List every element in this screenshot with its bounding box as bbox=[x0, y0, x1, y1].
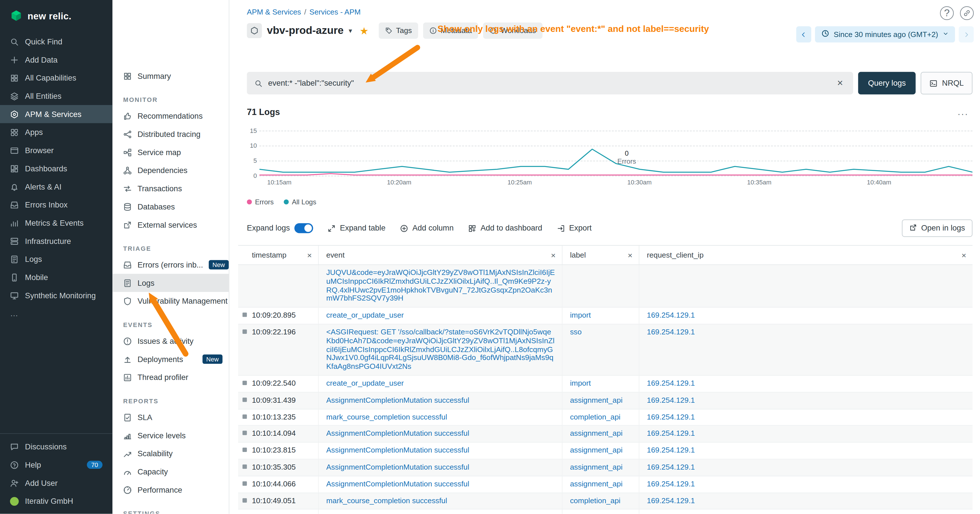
time-back-chevron[interactable] bbox=[796, 26, 811, 42]
event-link[interactable]: mark_course_completion successful bbox=[326, 412, 447, 421]
subnav-item-recommendations[interactable]: Recommendations bbox=[112, 107, 229, 125]
entity-chevron-down-icon[interactable]: ▾ bbox=[348, 27, 352, 35]
subnav-item-performance[interactable]: Performance bbox=[112, 481, 229, 499]
table-row[interactable]: 10:09:22.540 create_or_update_user impor… bbox=[238, 376, 973, 393]
label-link[interactable]: assignment_api bbox=[570, 396, 623, 404]
table-row[interactable]: 10:10:23.815 AssignmentCompletionMutatio… bbox=[238, 442, 973, 459]
chart-plot-area[interactable]: 15 10 5 0 0 Errors bbox=[259, 130, 973, 176]
event-link[interactable]: AssignmentCompletionMutation successful bbox=[326, 446, 469, 455]
ip-link[interactable]: 169.254.129.1 bbox=[647, 496, 695, 505]
ip-link[interactable]: 169.254.129.1 bbox=[647, 311, 695, 320]
legend-errors[interactable]: Errors bbox=[247, 198, 274, 205]
event-link[interactable]: AssignmentCompletionMutation successful bbox=[326, 479, 469, 488]
table-row[interactable]: 10:09:31.439 AssignmentCompletionMutatio… bbox=[238, 393, 973, 409]
table-row[interactable]: 10:10:14.094 AssignmentCompletionMutatio… bbox=[238, 426, 973, 443]
ip-link[interactable]: 169.254.129.1 bbox=[647, 479, 695, 488]
subnav-item-transactions[interactable]: Transactions bbox=[112, 179, 229, 197]
sidebar-item-synthetic-monitoring[interactable]: Synthetic Monitoring bbox=[0, 286, 112, 304]
subnav-item-sla[interactable]: SLA bbox=[112, 408, 229, 426]
row-marker-icon[interactable] bbox=[242, 397, 247, 402]
label-link[interactable]: sso bbox=[570, 328, 582, 336]
ip-link[interactable]: 169.254.129.1 bbox=[647, 513, 695, 514]
label-link[interactable]: completion_api bbox=[570, 496, 620, 505]
sidebar-item-discussions[interactable]: Discussions bbox=[0, 438, 112, 456]
sidebar-item-more[interactable]: … bbox=[0, 304, 112, 323]
sidebar-item-alerts-ai[interactable]: Alerts & AI bbox=[0, 178, 112, 196]
ip-link[interactable]: 169.254.129.1 bbox=[647, 328, 695, 336]
sidebar-item-help[interactable]: Help 70 bbox=[0, 456, 112, 474]
ip-link[interactable]: 169.254.129.1 bbox=[647, 379, 695, 388]
time-range-selector[interactable]: Since 30 minutes ago (GMT+2) bbox=[815, 26, 955, 42]
clear-query-icon[interactable]: × bbox=[835, 77, 845, 89]
event-link[interactable]: JUQVU&code=eyJraWQiOiJjcGltY29yZV8wOTl1M… bbox=[326, 268, 555, 303]
column-header-event[interactable]: event × bbox=[319, 246, 563, 264]
sidebar-item-apps[interactable]: Apps bbox=[0, 123, 112, 142]
sidebar-item-logs[interactable]: Logs bbox=[0, 250, 112, 268]
expand-logs-toggle[interactable] bbox=[294, 223, 313, 233]
row-marker-icon[interactable] bbox=[242, 465, 247, 469]
label-link[interactable]: assignment_api bbox=[570, 446, 623, 455]
event-link[interactable]: mark_course_completion successful bbox=[326, 496, 447, 505]
sidebar-item-all-capabilities[interactable]: All Capabilities bbox=[0, 69, 112, 87]
breadcrumb-services-apm[interactable]: Services - APM bbox=[309, 7, 361, 16]
sidebar-item-errors-inbox[interactable]: Errors Inbox bbox=[0, 196, 112, 214]
legend-all-logs[interactable]: All Logs bbox=[284, 198, 317, 205]
subnav-item-logs[interactable]: Logs bbox=[112, 274, 229, 292]
label-link[interactable]: assignment_api bbox=[570, 463, 623, 471]
expand-table-button[interactable]: Expand table bbox=[328, 224, 385, 232]
subnav-item-deployments[interactable]: Deployments New bbox=[112, 350, 229, 368]
favorite-star-icon[interactable]: ★ bbox=[360, 25, 369, 37]
subnav-item-dependencies[interactable]: Dependencies bbox=[112, 161, 229, 180]
event-link[interactable]: AssignmentCompletionMutation successful bbox=[326, 429, 469, 438]
table-row[interactable]: 10:09:22.196 <ASGIRequest: GET '/sso/cal… bbox=[238, 325, 973, 376]
event-link[interactable]: create_or_update_user bbox=[326, 379, 404, 388]
export-button[interactable]: Export bbox=[557, 224, 592, 232]
sidebar-item-infrastructure[interactable]: Infrastructure bbox=[0, 232, 112, 250]
sidebar-item-dashboards[interactable]: Dashboards bbox=[0, 159, 112, 178]
sidebar-item-all-entities[interactable]: All Entities bbox=[0, 87, 112, 105]
query-logs-button[interactable]: Query logs bbox=[858, 72, 916, 94]
subnav-item-service-map[interactable]: Service map bbox=[112, 143, 229, 161]
ip-link[interactable]: 169.254.129.1 bbox=[647, 412, 695, 421]
subnav-item-capacity[interactable]: Capacity bbox=[112, 463, 229, 481]
sidebar-item-mobile[interactable]: Mobile bbox=[0, 268, 112, 286]
add-column-button[interactable]: Add column bbox=[400, 224, 453, 232]
sidebar-item-add-data[interactable]: Add Data bbox=[0, 51, 112, 69]
remove-column-icon[interactable]: × bbox=[628, 250, 633, 260]
nrql-button[interactable]: NRQL bbox=[921, 72, 973, 94]
sidebar-item-browser[interactable]: Browser bbox=[0, 141, 112, 159]
label-link[interactable]: import bbox=[570, 311, 591, 320]
event-link[interactable]: create_or_update_user bbox=[326, 311, 404, 320]
remove-column-icon[interactable]: × bbox=[307, 250, 312, 260]
event-link[interactable]: AssignmentCompletionMutation successful bbox=[326, 463, 469, 471]
table-row[interactable]: JUQVU&code=eyJraWQiOiJjcGltY29yZV8wOTl1M… bbox=[238, 265, 973, 308]
ip-link[interactable]: 169.254.129.1 bbox=[647, 463, 695, 471]
table-row[interactable]: 10:09:20.895 create_or_update_user impor… bbox=[238, 308, 973, 325]
ip-link[interactable]: 169.254.129.1 bbox=[647, 446, 695, 455]
table-row[interactable]: 10:10:49.051 mark_course_completion succ… bbox=[238, 493, 973, 510]
sidebar-item-add-user[interactable]: Add User bbox=[0, 474, 112, 492]
label-link[interactable]: completion_api bbox=[570, 412, 620, 421]
subnav-item-issues-activity[interactable]: Issues & activity bbox=[112, 332, 229, 350]
ip-link[interactable]: 169.254.129.1 bbox=[647, 396, 695, 404]
subnav-item-external-services[interactable]: External services bbox=[112, 216, 229, 234]
subnav-item-thread-profiler[interactable]: Thread profiler bbox=[112, 368, 229, 387]
subnav-item-service-levels[interactable]: Service levels bbox=[112, 426, 229, 444]
subnav-item-scalability[interactable]: Scalability bbox=[112, 444, 229, 463]
row-marker-icon[interactable] bbox=[242, 381, 247, 385]
table-row[interactable]: 10:10:35.305 AssignmentCompletionMutatio… bbox=[238, 459, 973, 476]
column-header-label[interactable]: label × bbox=[563, 246, 640, 264]
label-link[interactable]: assignment_api bbox=[570, 513, 623, 514]
row-marker-icon[interactable] bbox=[242, 329, 247, 334]
event-link[interactable]: <ASGIRequest: GET '/sso/callback/?state=… bbox=[326, 328, 555, 371]
results-menu-icon[interactable]: ... bbox=[958, 107, 973, 117]
remove-column-icon[interactable]: × bbox=[961, 250, 966, 260]
sidebar-item-quick-find[interactable]: Quick Find bbox=[0, 32, 112, 51]
column-header-request-client-ip[interactable]: request_client_ip × bbox=[640, 246, 973, 264]
subnav-item-errors-inbox[interactable]: Errors (errors inb... New bbox=[112, 256, 229, 274]
sidebar-item-account[interactable]: Iterativ GmbH bbox=[0, 492, 112, 510]
subnav-item-vulnerability-management[interactable]: Vulnerability Management bbox=[112, 292, 229, 310]
label-link[interactable]: assignment_api bbox=[570, 429, 623, 438]
row-marker-icon[interactable] bbox=[242, 481, 247, 485]
row-marker-icon[interactable] bbox=[242, 448, 247, 452]
